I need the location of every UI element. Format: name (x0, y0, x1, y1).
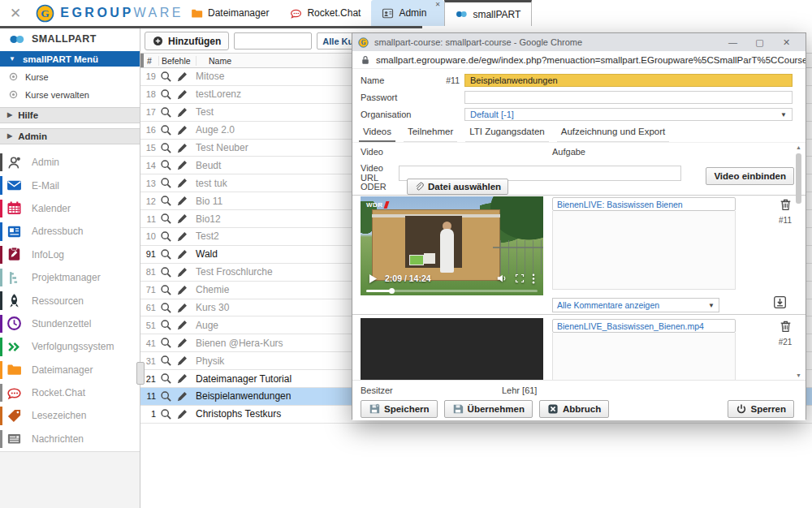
sidebar-item-kurse[interactable]: Kurse (0, 69, 140, 84)
tab-teilnehmer[interactable]: Teilnehmer (404, 126, 457, 143)
edit-icon[interactable] (176, 390, 188, 403)
sidebar-app-dateimanager[interactable]: Dateimanager (0, 359, 140, 381)
close-icon[interactable]: ✕ (773, 37, 800, 48)
sidebar-menu-header[interactable]: ▼ smallPART Menü (0, 51, 140, 67)
view-icon[interactable] (160, 213, 172, 225)
sidebar-app-verfolgungssystem[interactable]: Verfolgungssystem (0, 335, 140, 358)
tab-aufzeichnung-export[interactable]: Aufzeichnung und Export (557, 126, 670, 143)
kebab-menu-icon[interactable] (532, 273, 535, 284)
apply-button[interactable]: Übernehmen (444, 400, 533, 418)
edit-icon[interactable] (176, 266, 188, 278)
view-icon[interactable] (160, 142, 172, 154)
close-tab-icon[interactable]: ✕ (435, 1, 441, 8)
sidebar-app-e-mail[interactable]: E-Mail (0, 174, 140, 196)
video-title-field[interactable]: BienenLIVE_Basiswissen_Bienen.mp4 (552, 319, 736, 333)
tab-lti-zugangsdaten[interactable]: LTI Zugangsdaten (465, 126, 549, 143)
play-icon[interactable] (369, 273, 378, 284)
view-icon[interactable] (160, 284, 172, 296)
view-icon[interactable] (160, 159, 172, 171)
minimize-icon[interactable]: — (719, 37, 746, 48)
name-field[interactable]: Beispielanwendungen (464, 74, 793, 87)
cancel-button[interactable]: Abbruch (539, 400, 609, 418)
edit-icon[interactable] (176, 230, 188, 243)
url-bar[interactable]: smallpart.egroupware.de/egw/index.php?me… (352, 51, 806, 69)
dialog-scrollbar[interactable]: ▲ ▼ (794, 144, 803, 378)
view-icon[interactable] (160, 88, 172, 101)
fullscreen-icon[interactable] (515, 273, 525, 283)
edit-icon[interactable] (176, 302, 188, 314)
view-icon[interactable] (160, 106, 172, 118)
volume-icon[interactable] (496, 273, 508, 284)
splitter-handle[interactable] (136, 362, 145, 385)
save-button[interactable]: Speichern (361, 400, 438, 418)
organisation-select[interactable]: Default [-1] ▼ (464, 108, 793, 121)
edit-icon[interactable] (176, 177, 188, 189)
view-icon[interactable] (160, 177, 172, 189)
edit-icon[interactable] (176, 195, 188, 207)
tab-rocketchat[interactable]: Rocket.Chat (279, 0, 371, 26)
sidebar-app-kalender[interactable]: Kalender (0, 197, 140, 220)
add-course-button[interactable]: Hinzufügen (145, 32, 229, 50)
video-player-1[interactable]: WDR 2:09 / 14:24 (361, 196, 543, 295)
view-icon[interactable] (160, 408, 172, 420)
column-header-id[interactable]: # (146, 56, 159, 66)
view-icon[interactable] (160, 302, 172, 314)
download-icon[interactable] (773, 295, 787, 309)
view-icon[interactable] (160, 390, 172, 403)
sidebar-app-ressourcen[interactable]: Ressourcen (0, 289, 140, 312)
view-icon[interactable] (160, 195, 172, 207)
tab-admin[interactable]: Admin ✕ (371, 0, 444, 26)
edit-icon[interactable] (176, 319, 188, 331)
sidebar-app-nachrichten[interactable]: Nachrichten (0, 428, 140, 450)
edit-icon[interactable] (176, 71, 188, 83)
view-icon[interactable] (160, 319, 172, 331)
edit-icon[interactable] (176, 372, 188, 385)
edit-icon[interactable] (176, 213, 188, 225)
edit-icon[interactable] (176, 124, 188, 136)
view-icon[interactable] (160, 124, 172, 136)
tab-smallpart[interactable]: smallPART (444, 0, 532, 26)
view-icon[interactable] (160, 372, 172, 385)
edit-icon[interactable] (176, 284, 188, 296)
sidebar-item-kurse-verwalten[interactable]: Kurse verwalten (0, 87, 140, 102)
view-icon[interactable] (160, 248, 172, 260)
search-input[interactable] (234, 32, 312, 50)
edit-icon[interactable] (176, 408, 188, 420)
scrollbar-thumb[interactable] (796, 153, 801, 204)
edit-icon[interactable] (176, 88, 188, 101)
sidebar-app-projektmanager[interactable]: Projektmanager (0, 266, 140, 289)
sidebar-app-rocket-chat[interactable]: Rocket.Chat (0, 381, 140, 404)
video-task-textarea[interactable] (552, 211, 736, 290)
sidebar-app-infolog[interactable]: InfoLog (0, 243, 140, 266)
edit-icon[interactable] (176, 355, 188, 367)
maximize-icon[interactable]: ▢ (746, 37, 773, 48)
sidebar-section-admin[interactable]: ▶ Admin (0, 128, 140, 144)
embed-video-button[interactable]: Video einbinden (706, 167, 794, 185)
dialog-titlebar[interactable]: G smallpart-course: smallpart-course - G… (352, 33, 806, 51)
sidebar-section-hilfe[interactable]: ▶ Hilfe (0, 107, 140, 123)
comments-filter-select[interactable]: Alle Kommentare anzeigen ▼ (552, 298, 719, 312)
sidebar-app-stundenzettel[interactable]: Stundenzettel (0, 312, 140, 335)
sidebar-app-lesezeichen[interactable]: Lesezeichen (0, 404, 140, 427)
tab-dateimanager[interactable]: Dateimanager (180, 0, 279, 26)
video-title-field[interactable]: BienenLIVE: Basiswissen Bienen (552, 197, 736, 211)
sidebar-app-adressbuch[interactable]: Adressbuch (0, 220, 140, 243)
choose-file-button[interactable]: Datei auswählen (407, 179, 508, 195)
close-sidebar-icon[interactable]: ✕ (0, 5, 31, 22)
video-player-2[interactable] (361, 318, 543, 381)
sidebar-app-admin[interactable]: Admin (0, 151, 140, 174)
edit-icon[interactable] (176, 106, 188, 118)
edit-icon[interactable] (176, 337, 188, 349)
column-grip[interactable] (140, 54, 144, 67)
video-progress-bar[interactable] (366, 290, 538, 292)
column-header-befehle[interactable]: Befehle (159, 56, 197, 66)
edit-icon[interactable] (176, 159, 188, 171)
video-task-textarea[interactable] (552, 333, 736, 381)
edit-icon[interactable] (176, 248, 188, 260)
view-icon[interactable] (160, 355, 172, 367)
view-icon[interactable] (160, 71, 172, 83)
edit-icon[interactable] (176, 142, 188, 154)
view-icon[interactable] (160, 230, 172, 243)
password-field[interactable] (464, 91, 793, 104)
scroll-down-icon[interactable]: ▼ (794, 372, 803, 378)
